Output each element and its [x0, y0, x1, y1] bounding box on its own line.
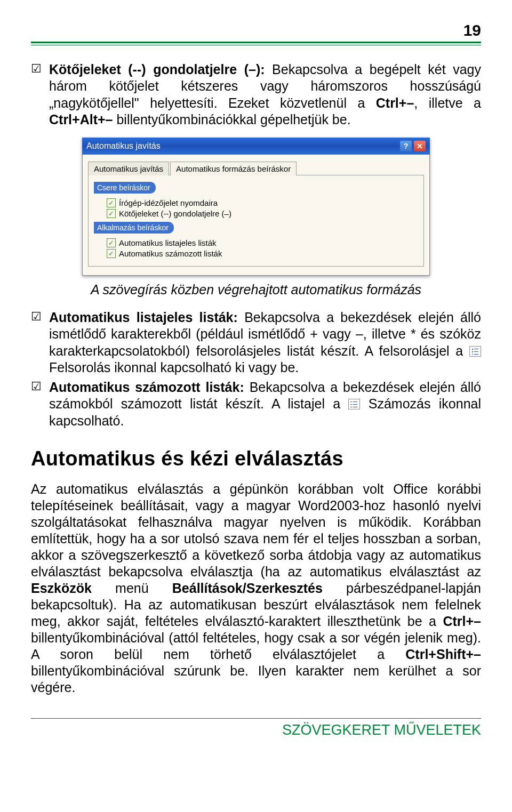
kbd-ctrl-dash: Ctrl+–	[443, 614, 481, 629]
checkbox-row[interactable]: ✓ Automatikus számozott listák	[107, 249, 418, 258]
item-text: , illetve a	[414, 95, 481, 110]
header-rule	[31, 42, 481, 45]
bullets-icon	[469, 346, 481, 357]
item-text: billentyűkombinációkkal gépelhetjük be.	[113, 112, 350, 127]
check-icon: ☑	[31, 61, 42, 76]
dialog-panel: Csere beíráskor ✓ Írógép-idézőjelet nyom…	[88, 175, 424, 267]
checkbox-label: Automatikus listajeles listák	[119, 238, 217, 247]
checkbox-icon: ✓	[107, 249, 116, 258]
check-item-hyphens: ☑ Kötőjeleket (--) gondolatjelre (–): Be…	[31, 61, 481, 128]
autocorrect-dialog: Automatikus javítás ? ✕ Automatikus javí…	[82, 138, 430, 276]
section-heading: Automatikus és kézi elválasztás	[31, 447, 481, 470]
tab-autocorrect[interactable]: Automatikus javítás	[88, 162, 169, 175]
check-icon: ☑	[31, 379, 42, 394]
dialog-title: Automatikus javítás	[86, 141, 161, 151]
footer-section-label: SZÖVEGKERET MŰVELETEK	[31, 718, 481, 738]
checkbox-label: Automatikus számozott listák	[119, 249, 222, 258]
checkbox-icon: ✓	[107, 209, 116, 218]
checkbox-icon: ✓	[107, 198, 116, 207]
item-text: Felsorolás ikonnal kapcsolható ki vagy b…	[49, 360, 299, 375]
text-run: billentyűkombinációval szúrunk be. Ilyen…	[31, 663, 481, 695]
help-button[interactable]: ?	[400, 141, 412, 151]
checkbox-row[interactable]: ✓ Írógép-idézőjelet nyomdaira	[107, 198, 418, 207]
menu-eszkozok: Eszközök	[31, 581, 92, 596]
section-apply-typing: Alkalmazás beíráskor	[94, 222, 174, 234]
checkbox-row[interactable]: ✓ Kötőjeleket (--) gondolatjelre (–)	[107, 209, 418, 218]
section-replace-typing: Csere beíráskor	[94, 182, 156, 194]
body-paragraph: Az automatikus elválasztás a gépünkön ko…	[31, 481, 481, 696]
tab-autoformat-typing[interactable]: Automatikus formázás beíráskor	[170, 162, 297, 175]
item-lead: Kötőjeleket (--) gondolatjelre (–):	[49, 62, 265, 77]
check-item-bulletlists: ☑ Automatikus listajeles listák: Bekapcs…	[31, 309, 481, 376]
menu-beallitasok-szerkesztes: Beállítások/Szerkesztés	[172, 581, 323, 596]
text-run: Az automatikus elválasztás a gépünkön ko…	[31, 481, 481, 579]
kbd-ctrl-dash: Ctrl+–	[376, 95, 414, 110]
kbd-ctrl-alt-dash: Ctrl+Alt+–	[49, 112, 113, 127]
page-number: 19	[31, 21, 481, 39]
kbd-ctrl-shift-dash: Ctrl+Shift+–	[405, 647, 481, 662]
check-icon: ☑	[31, 309, 42, 324]
figure-caption: A szövegírás közben végrehajtott automat…	[31, 282, 481, 298]
dialog-titlebar: Automatikus javítás ? ✕	[82, 138, 430, 155]
checkbox-label: Írógép-idézőjelet nyomdaira	[119, 198, 218, 207]
check-item-numlists: ☑ Automatikus számozott listák: Bekapcso…	[31, 379, 481, 429]
item-lead: Automatikus listajeles listák:	[49, 310, 238, 325]
close-button[interactable]: ✕	[414, 141, 426, 151]
checkbox-label: Kötőjeleket (--) gondolatjelre (–)	[119, 209, 231, 218]
numbering-icon	[348, 399, 360, 409]
checkbox-row[interactable]: ✓ Automatikus listajeles listák	[107, 238, 418, 247]
checkbox-icon: ✓	[107, 238, 116, 247]
item-lead: Automatikus számozott listák:	[49, 380, 244, 395]
text-run: menü	[92, 581, 172, 596]
